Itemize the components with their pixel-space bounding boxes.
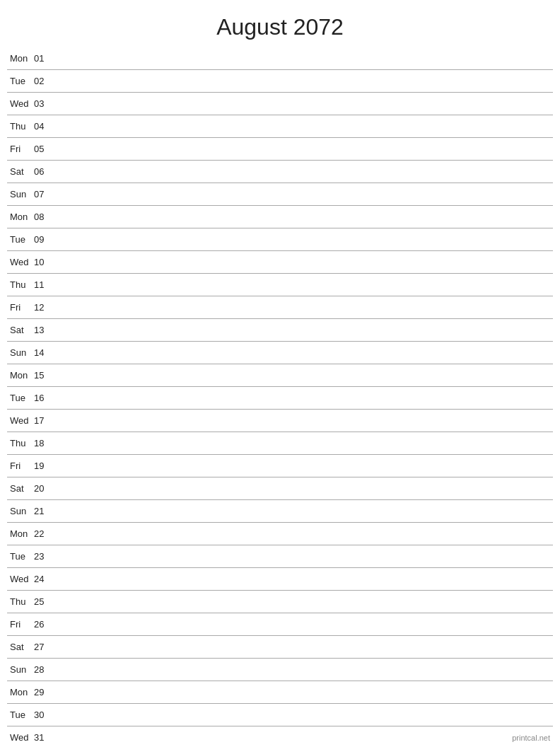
day-name: Thu (7, 121, 34, 132)
day-number: 26 (34, 619, 54, 630)
day-line (54, 239, 553, 240)
day-line (54, 58, 553, 59)
day-name: Tue (7, 551, 34, 562)
day-row: Sun14 (7, 342, 553, 364)
day-number: 11 (34, 279, 54, 290)
day-name: Thu (7, 279, 34, 290)
page-title: August 2072 (0, 0, 560, 47)
day-name: Wed (7, 98, 34, 109)
day-name: Tue (7, 76, 34, 86)
day-name: Wed (7, 415, 34, 426)
day-number: 07 (34, 189, 54, 199)
day-name: Tue (7, 710, 34, 720)
day-row: Sat20 (7, 477, 553, 500)
day-number: 21 (34, 506, 54, 516)
day-number: 10 (34, 257, 54, 267)
day-line (54, 624, 553, 625)
day-row: Wed03 (7, 93, 553, 115)
day-number: 08 (34, 212, 54, 222)
day-number: 27 (34, 642, 54, 652)
day-name: Tue (7, 234, 34, 245)
calendar-container: Mon01Tue02Wed03Thu04Fri05Sat06Sun07Mon08… (0, 47, 560, 747)
day-number: 31 (34, 732, 54, 743)
day-line (54, 601, 553, 602)
day-row: Fri26 (7, 613, 553, 636)
day-number: 30 (34, 710, 54, 720)
day-line (54, 262, 553, 262)
day-row: Thu18 (7, 432, 553, 455)
day-number: 25 (34, 596, 54, 607)
day-number: 28 (34, 664, 54, 675)
day-row: Wed17 (7, 410, 553, 432)
day-line (54, 194, 553, 195)
day-line (54, 216, 553, 217)
day-row: Sun07 (7, 183, 553, 206)
day-line (54, 737, 553, 738)
day-line (54, 714, 553, 715)
day-row: Wed31 (7, 726, 553, 747)
day-number: 16 (34, 393, 54, 403)
day-line (54, 579, 553, 579)
day-name: Tue (7, 393, 34, 403)
day-name: Sun (7, 347, 34, 358)
day-number: 22 (34, 528, 54, 539)
day-number: 13 (34, 325, 54, 335)
day-line (54, 330, 553, 330)
day-name: Fri (7, 619, 34, 630)
day-number: 04 (34, 121, 54, 132)
day-line (54, 556, 553, 557)
day-name: Sat (7, 642, 34, 652)
day-row: Fri19 (7, 455, 553, 477)
day-name: Sun (7, 189, 34, 199)
day-number: 01 (34, 53, 54, 64)
day-line (54, 149, 553, 149)
day-row: Mon08 (7, 206, 553, 228)
day-line (54, 443, 553, 444)
day-name: Sat (7, 483, 34, 494)
day-number: 03 (34, 98, 54, 109)
day-row: Sun28 (7, 659, 553, 681)
day-row: Wed10 (7, 251, 553, 274)
day-name: Mon (7, 212, 34, 222)
day-name: Sat (7, 166, 34, 177)
day-row: Sat06 (7, 161, 553, 183)
day-number: 18 (34, 438, 54, 448)
day-line (54, 171, 553, 172)
day-line (54, 352, 553, 353)
day-number: 29 (34, 687, 54, 697)
day-line (54, 103, 553, 104)
day-row: Sun21 (7, 500, 553, 523)
day-number: 24 (34, 574, 54, 584)
day-name: Fri (7, 461, 34, 471)
day-number: 19 (34, 461, 54, 471)
day-line (54, 398, 553, 398)
day-number: 20 (34, 483, 54, 494)
day-row: Mon22 (7, 523, 553, 545)
day-row: Thu25 (7, 591, 553, 613)
day-row: Tue02 (7, 70, 553, 93)
day-row: Tue23 (7, 545, 553, 568)
day-line (54, 375, 553, 376)
day-row: Wed24 (7, 568, 553, 591)
day-row: Thu11 (7, 274, 553, 296)
day-row: Sat27 (7, 636, 553, 659)
day-name: Thu (7, 596, 34, 607)
day-name: Mon (7, 528, 34, 539)
day-row: Fri05 (7, 138, 553, 161)
day-row: Fri12 (7, 296, 553, 319)
day-line (54, 81, 553, 81)
day-name: Mon (7, 370, 34, 381)
day-row: Mon29 (7, 681, 553, 704)
day-row: Tue16 (7, 387, 553, 410)
day-line (54, 420, 553, 421)
day-name: Wed (7, 257, 34, 267)
day-name: Mon (7, 687, 34, 697)
day-line (54, 465, 553, 466)
day-name: Sat (7, 325, 34, 335)
day-line (54, 126, 553, 127)
day-number: 05 (34, 144, 54, 154)
day-name: Sun (7, 506, 34, 516)
day-line (54, 533, 553, 534)
day-line (54, 669, 553, 670)
day-line (54, 647, 553, 647)
